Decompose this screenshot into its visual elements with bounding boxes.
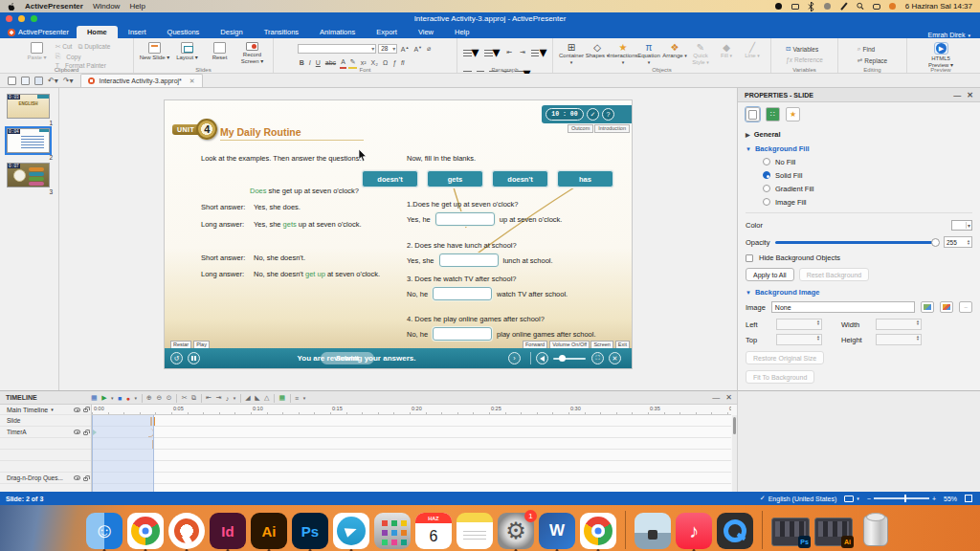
slide-thumbnail-1[interactable]: 0:03ENGLISH1 [7,94,51,119]
open-document-icon[interactable] [21,77,30,85]
ribbon-tab-animations[interactable]: Animations [309,26,366,38]
track-name-dragndropques[interactable]: Drag-n-Drop Ques... [0,473,91,484]
reference-button[interactable]: ƒxReference [786,56,823,63]
paste-button[interactable]: Paste ▾ [21,40,54,65]
word-button-doesnt[interactable]: doesn't [492,170,548,187]
increase-indent-icon[interactable]: ⇥ [519,48,527,57]
radio-button[interactable] [763,158,770,165]
cut-button[interactable]: ✂ Cut [56,43,73,51]
restart-button[interactable]: ↺ [170,352,183,364]
visibility-icon[interactable] [74,475,80,480]
hide-background-checkbox[interactable] [746,254,753,262]
dock-photoshop-icon[interactable]: Ps [292,513,328,549]
restore-original-size-button[interactable]: Restore Original Size [746,351,824,364]
collapse-panel-icon[interactable]: — [953,91,961,99]
play-options-icon[interactable]: ▾ [111,395,114,401]
spotlight-search-icon[interactable] [857,3,864,11]
ribbon-tab-help[interactable]: Help [444,26,479,38]
slide-thumbnail-3[interactable]: 0:073 [7,163,51,187]
new-slide-button[interactable]: New Slide ▾ [139,40,171,65]
reset-button[interactable]: Reset [204,40,236,65]
undo-icon[interactable]: ↶▾ [48,77,58,85]
decrease-indent-icon[interactable]: ⇤ [505,48,514,57]
font-size-select[interactable]: 28 [378,44,397,54]
radio-button[interactable] [763,198,770,206]
lock-icon[interactable] [83,477,88,481]
track-row[interactable] [92,450,731,461]
fade-in-icon[interactable]: ◢ [245,394,250,402]
dock-quicktime-icon[interactable] [717,513,753,549]
move-right-icon[interactable]: ⇥ [215,394,221,402]
ribbon-tab-design[interactable]: Design [210,26,253,38]
screen-mirror-icon[interactable] [791,3,799,11]
slide-canvas[interactable]: 10 : 00 ✓ ? Outcom Introduction UNIT 4 M… [165,100,632,368]
dock-illustrator-icon[interactable]: Ai [251,513,287,549]
ribbon-tab-insert[interactable]: Insert [118,26,157,38]
record-status-icon[interactable] [775,3,783,11]
numbered-list-icon[interactable]: ▾ [484,43,501,61]
tab-transition[interactable]: ★ [786,107,800,121]
color-swatch-dropdown[interactable] [951,220,972,231]
display-mode-button[interactable]: ▾ [844,496,859,502]
quick-style-button[interactable]: ✎Quick Style ▾ [688,40,714,65]
tab-interactivity[interactable]: ∷ [766,107,780,121]
audio-options-icon[interactable]: ▾ [234,395,236,401]
audio-tool-icon[interactable]: ♪ [226,395,230,402]
dock-indesign-icon[interactable]: Id [210,513,246,549]
play-timeline-icon[interactable]: ▶ [101,394,106,402]
remove-image-button[interactable]: − [959,301,972,313]
timeline-selection-region[interactable] [92,415,154,493]
layout-options-icon[interactable]: ≡ [295,395,299,402]
dock-word-icon[interactable]: W [539,513,575,549]
record-narration-icon[interactable]: ● [126,395,130,402]
visibility-icon[interactable] [74,430,80,434]
ribbon-tab-view[interactable]: View [408,26,444,38]
lock-icon[interactable] [83,408,88,412]
fit-to-background-button[interactable]: Fit To Background [746,370,814,384]
tab-slide-properties[interactable] [746,107,760,121]
document-tab[interactable]: Interactive Activity-3.approj* ✕ [80,74,202,87]
fill-option-image-fill[interactable]: Image Fill [738,195,980,209]
dock-notes-icon[interactable] [457,513,493,549]
menu-help[interactable]: Help [129,2,145,11]
zoom-slider[interactable] [874,497,929,499]
choose-image-button[interactable] [921,301,934,313]
fill-option-solid-fill[interactable]: Solid Fill [738,168,980,182]
dock-music-icon[interactable]: ♪ [676,513,712,549]
answer-blank[interactable] [433,287,492,300]
menu-window[interactable]: Window [93,2,120,11]
dock-activepresenter-icon[interactable] [168,513,205,549]
radio-button[interactable] [763,171,770,179]
menubar-app-name[interactable]: ActivePresenter [25,2,83,11]
find-button[interactable]: ⌕Find [858,45,887,53]
forward-button[interactable]: › [508,352,521,364]
section-general[interactable]: ▶ General [738,126,980,141]
app-menu-button[interactable]: ActivePresenter [0,28,77,38]
equation-button[interactable]: πEquation ▾ [636,40,662,65]
line-button[interactable]: ╱Line ▾ [740,40,766,65]
ribbon-tab-export[interactable]: Export [366,26,408,38]
volume-slider[interactable] [553,358,586,360]
join-icon[interactable]: ⧉ [191,394,196,402]
help-button[interactable]: ? [602,108,614,121]
container-button[interactable]: ⊞Container ▾ [559,40,585,65]
submit-button[interactable]: Submit [321,352,374,364]
ribbon-tab-home[interactable]: Home [77,26,118,38]
record-options-icon[interactable]: ▾ [135,395,138,401]
top-input[interactable]: ▲▼ [776,334,822,345]
redo-icon[interactable]: ↷▾ [63,77,74,85]
answer-blank[interactable] [433,327,492,341]
width-input[interactable]: ▲▼ [876,319,922,330]
zoom-in-icon[interactable]: ⊕ [146,394,152,402]
track-row[interactable] [92,461,731,473]
outcome-tab[interactable]: Outcom [568,124,593,133]
main-timeline-selector[interactable]: Main Timeline ▾ [0,405,91,415]
dock-preview-icon[interactable] [635,513,671,549]
answer-blank[interactable] [435,212,495,226]
dock-telegram-icon[interactable] [333,513,369,549]
dock-trash-icon[interactable] [858,513,894,549]
dock-chrome-icon[interactable] [580,513,616,549]
fill-button[interactable]: ◆Fill ▾ [714,40,740,65]
menubar-clock[interactable]: 6 Haziran Sal 14:37 [905,2,972,11]
track-row[interactable] [92,438,731,450]
